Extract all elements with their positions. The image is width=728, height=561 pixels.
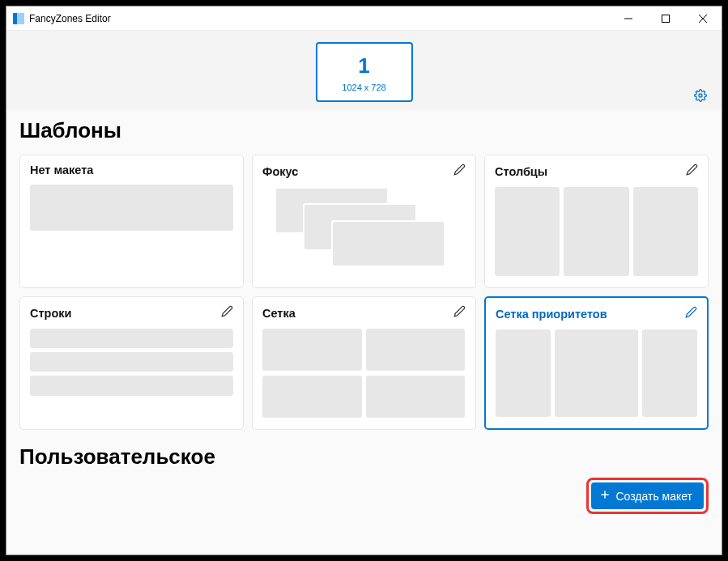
create-layout-button[interactable]: Создать макет <box>591 482 704 509</box>
edit-icon[interactable] <box>686 164 698 179</box>
create-layout-label: Создать макет <box>615 490 692 503</box>
layout-title: Строки <box>30 307 71 320</box>
svg-point-4 <box>699 94 702 97</box>
app-window: FancyZones Editor 1 1024 x 728 Шаблоны <box>6 6 722 555</box>
layout-card-grid[interactable]: Сетка <box>252 296 476 430</box>
close-button[interactable] <box>684 6 722 31</box>
content-area: Шаблоны Нет макета Фокус <box>6 110 722 555</box>
layout-title: Сетка <box>262 307 296 320</box>
edit-icon[interactable] <box>453 164 466 179</box>
edit-icon[interactable] <box>221 305 233 321</box>
app-icon <box>13 13 24 24</box>
monitor-card[interactable]: 1 1024 x 728 <box>316 42 413 102</box>
settings-button[interactable] <box>694 89 707 105</box>
layout-preview <box>262 327 466 418</box>
monitor-resolution: 1024 x 728 <box>317 83 411 92</box>
layout-card-blank[interactable]: Нет макета <box>19 155 244 288</box>
layout-preview <box>495 185 698 276</box>
edit-icon[interactable] <box>453 305 466 321</box>
highlight-annotation: Создать макет <box>586 478 709 514</box>
custom-heading: Пользовательское <box>19 444 709 470</box>
layout-preview <box>30 327 233 418</box>
svg-rect-1 <box>662 15 670 22</box>
layout-preview <box>30 183 233 276</box>
layout-card-rows[interactable]: Строки <box>19 296 244 430</box>
layout-title: Фокус <box>262 165 298 178</box>
layout-preview <box>496 328 697 417</box>
monitors-header: 1 1024 x 728 <box>6 31 722 110</box>
titlebar: FancyZones Editor <box>6 6 722 31</box>
plus-icon <box>599 489 611 503</box>
layout-card-columns[interactable]: Столбцы <box>484 155 709 288</box>
layout-title: Сетка приоритетов <box>496 308 607 321</box>
layout-card-focus[interactable]: Фокус <box>252 155 476 288</box>
templates-heading: Шаблоны <box>19 118 709 143</box>
minimize-button[interactable] <box>610 6 647 31</box>
layout-card-priority-grid[interactable]: Сетка приоритетов <box>484 296 709 430</box>
maximize-button[interactable] <box>647 6 684 31</box>
layout-title: Нет макета <box>30 164 93 176</box>
edit-icon[interactable] <box>685 306 697 321</box>
monitor-number: 1 <box>317 55 411 76</box>
layout-title: Столбцы <box>495 165 547 178</box>
layout-preview <box>262 185 466 276</box>
templates-grid: Нет макета Фокус Столбцы <box>19 155 709 430</box>
window-title: FancyZones Editor <box>29 13 111 24</box>
